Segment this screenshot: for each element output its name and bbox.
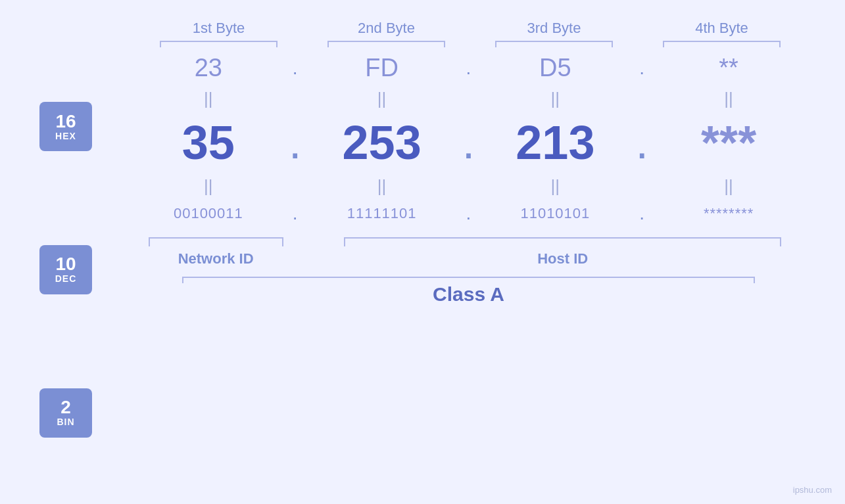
class-line bbox=[182, 277, 755, 278]
host-id-bracket: Host ID bbox=[320, 237, 806, 267]
hex-badge: 16 HEX bbox=[39, 102, 92, 151]
equals-row-1: || || || || bbox=[132, 87, 806, 110]
byte1-bracket bbox=[160, 41, 278, 42]
hex-dot1: . bbox=[285, 58, 305, 79]
watermark: ipshu.com bbox=[793, 485, 832, 495]
segment-brackets: Network ID Host ID bbox=[132, 237, 806, 267]
hex-b1: 23 bbox=[132, 54, 285, 82]
eq2-dot2 bbox=[459, 176, 479, 196]
byte1-label: 1st Byte bbox=[193, 20, 245, 36]
main-content: 16 HEX 10 DEC 2 BIN 23 . FD . D5 . ** bbox=[39, 49, 806, 491]
dec-dot2: . bbox=[459, 116, 479, 169]
dec-badge-num: 10 bbox=[55, 255, 76, 273]
byte4-header: 4th Byte bbox=[638, 20, 806, 42]
class-section: Class A bbox=[132, 277, 806, 306]
eq2-b4: || bbox=[652, 176, 806, 196]
eq2-dot1 bbox=[285, 176, 305, 196]
eq1-b1: || bbox=[132, 89, 285, 109]
dec-b4: *** bbox=[652, 116, 806, 170]
eq1-b4: || bbox=[652, 89, 806, 109]
bin-badge-num: 2 bbox=[60, 398, 71, 417]
values-area: 23 . FD . D5 . ** || || || || 35 bbox=[132, 49, 806, 491]
equals-row-2: || || || || bbox=[132, 175, 806, 198]
byte2-header: 2nd Byte bbox=[302, 20, 470, 42]
eq2-b3: || bbox=[479, 176, 633, 196]
network-id-label: Network ID bbox=[178, 250, 254, 267]
byte3-label: 3rd Byte bbox=[527, 20, 581, 36]
hex-b3: D5 bbox=[479, 54, 633, 82]
dec-b3: 213 bbox=[479, 116, 633, 170]
byte1-header: 1st Byte bbox=[135, 20, 302, 42]
eq1-dot1 bbox=[285, 89, 305, 109]
hex-badge-num: 16 bbox=[55, 112, 76, 131]
dec-badge: 10 DEC bbox=[39, 245, 92, 294]
hex-dot3: . bbox=[632, 58, 652, 79]
bin-badge: 2 BIN bbox=[39, 388, 92, 438]
header-row: 1st Byte 2nd Byte 3rd Byte 4th Byte bbox=[39, 20, 806, 42]
hex-dot2: . bbox=[459, 58, 479, 79]
dec-row: 35 . 253 . 213 . *** bbox=[132, 110, 806, 175]
bin-row: 00100011 . 11111101 . 11010101 . *******… bbox=[132, 198, 806, 229]
bin-dot2: . bbox=[459, 203, 479, 224]
eq2-dot3 bbox=[632, 176, 652, 196]
hex-badge-label: HEX bbox=[55, 131, 76, 141]
bin-b4: ******** bbox=[652, 205, 806, 222]
hex-b2: FD bbox=[305, 54, 459, 82]
byte4-bracket bbox=[663, 41, 781, 42]
byte3-header: 3rd Byte bbox=[470, 20, 638, 42]
labels-column: 16 HEX 10 DEC 2 BIN bbox=[39, 49, 132, 491]
byte2-bracket bbox=[327, 41, 445, 42]
dec-dot1: . bbox=[285, 116, 305, 169]
bin-dot1: . bbox=[285, 203, 305, 224]
hex-row: 23 . FD . D5 . ** bbox=[132, 49, 806, 87]
host-bracket-line bbox=[344, 237, 781, 246]
dec-b1: 35 bbox=[132, 116, 285, 170]
eq1-b3: || bbox=[479, 89, 633, 109]
eq2-b2: || bbox=[305, 176, 459, 196]
dec-badge-label: DEC bbox=[55, 273, 77, 284]
eq2-b1: || bbox=[132, 176, 285, 196]
network-id-bracket: Network ID bbox=[132, 237, 300, 267]
eq1-dot2 bbox=[459, 89, 479, 109]
eq1-dot3 bbox=[632, 89, 652, 109]
class-label: Class A bbox=[433, 283, 504, 306]
dec-dot3: . bbox=[632, 116, 652, 169]
dec-b2: 253 bbox=[305, 116, 459, 170]
main-container: 1st Byte 2nd Byte 3rd Byte 4th Byte 16 H… bbox=[0, 0, 845, 504]
bin-b1: 00100011 bbox=[132, 205, 285, 222]
byte3-bracket bbox=[495, 41, 613, 42]
hex-b4: ** bbox=[652, 54, 806, 82]
bin-b2: 11111101 bbox=[305, 205, 459, 222]
host-id-label: Host ID bbox=[537, 250, 588, 267]
bin-b3: 11010101 bbox=[479, 205, 633, 222]
byte4-label: 4th Byte bbox=[695, 20, 748, 36]
network-bracket-line bbox=[149, 237, 283, 246]
bin-badge-label: BIN bbox=[57, 417, 74, 427]
byte2-label: 2nd Byte bbox=[358, 20, 415, 36]
bin-dot3: . bbox=[632, 203, 652, 224]
eq1-b2: || bbox=[305, 89, 459, 109]
